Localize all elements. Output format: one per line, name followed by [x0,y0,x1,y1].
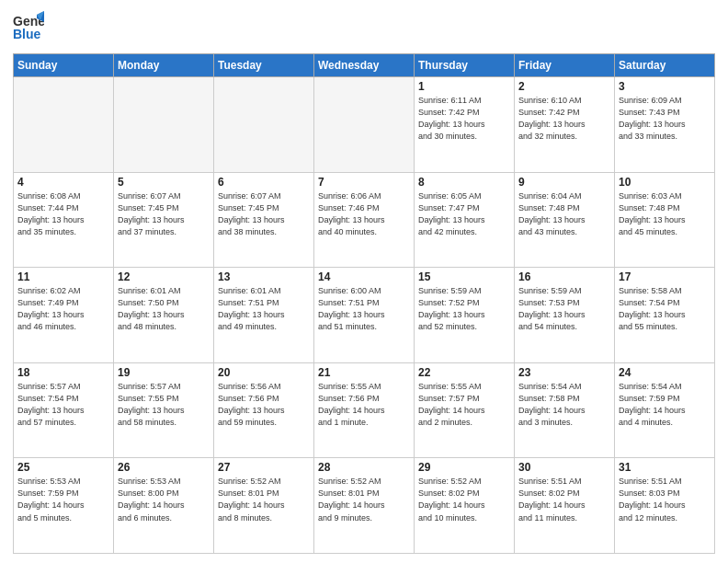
day-info: Sunrise: 6:05 AMSunset: 7:47 PMDaylight:… [418,190,510,238]
day-info: Sunrise: 5:52 AMSunset: 8:01 PMDaylight:… [218,476,310,523]
calendar-day-cell: 6Sunrise: 6:07 AMSunset: 7:45 PMDaylight… [214,172,314,268]
day-info: Sunrise: 5:53 AMSunset: 7:59 PMDaylight:… [17,476,109,523]
day-info: Sunrise: 5:58 AMSunset: 7:54 PMDaylight:… [619,285,711,333]
calendar-day-cell: 9Sunrise: 6:04 AMSunset: 7:48 PMDaylight… [515,172,615,268]
day-number: 13 [218,270,310,283]
logo-icon: General Blue [13,9,44,44]
calendar-day-cell [14,77,114,173]
calendar-day-cell: 1Sunrise: 6:11 AMSunset: 7:42 PMDaylight… [415,77,515,173]
day-info: Sunrise: 5:55 AMSunset: 7:57 PMDaylight:… [418,381,510,429]
day-number: 19 [118,366,210,379]
weekday-header-row: SundayMondayTuesdayWednesdayThursdayFrid… [14,54,715,77]
weekday-header-tuesday: Tuesday [214,54,314,77]
calendar-table: SundayMondayTuesdayWednesdayThursdayFrid… [13,53,715,554]
calendar-day-cell: 16Sunrise: 5:59 AMSunset: 7:53 PMDayligh… [515,268,615,363]
day-info: Sunrise: 5:52 AMSunset: 8:01 PMDaylight:… [318,476,410,523]
calendar-day-cell: 11Sunrise: 6:02 AMSunset: 7:49 PMDayligh… [14,268,114,363]
day-number: 5 [118,176,210,189]
day-info: Sunrise: 6:07 AMSunset: 7:45 PMDaylight:… [118,190,210,238]
day-number: 20 [218,366,310,379]
calendar-day-cell: 10Sunrise: 6:03 AMSunset: 7:48 PMDayligh… [615,172,715,268]
day-info: Sunrise: 5:52 AMSunset: 8:02 PMDaylight:… [418,476,510,523]
calendar-day-cell: 21Sunrise: 5:55 AMSunset: 7:56 PMDayligh… [314,362,415,458]
calendar-week-2: 4Sunrise: 6:08 AMSunset: 7:44 PMDaylight… [14,172,715,268]
day-number: 21 [318,366,410,379]
day-info: Sunrise: 6:10 AMSunset: 7:42 PMDaylight:… [518,95,610,143]
day-number: 27 [218,461,310,474]
weekday-header-sunday: Sunday [14,54,114,77]
logo: General Blue [13,9,44,48]
day-info: Sunrise: 5:54 AMSunset: 7:58 PMDaylight:… [518,381,610,429]
weekday-header-thursday: Thursday [415,54,515,77]
weekday-header-friday: Friday [515,54,615,77]
day-info: Sunrise: 5:53 AMSunset: 8:00 PMDaylight:… [118,476,210,523]
day-info: Sunrise: 6:07 AMSunset: 7:45 PMDaylight:… [218,190,310,238]
calendar-week-4: 18Sunrise: 5:57 AMSunset: 7:54 PMDayligh… [14,362,715,458]
day-number: 11 [17,270,109,283]
day-number: 30 [518,461,610,474]
calendar-day-cell: 20Sunrise: 5:56 AMSunset: 7:56 PMDayligh… [214,362,314,458]
day-info: Sunrise: 6:02 AMSunset: 7:49 PMDaylight:… [17,285,109,333]
day-number: 26 [118,461,210,474]
calendar-day-cell: 19Sunrise: 5:57 AMSunset: 7:55 PMDayligh… [114,362,214,458]
calendar-week-1: 1Sunrise: 6:11 AMSunset: 7:42 PMDaylight… [14,77,715,173]
calendar-day-cell [314,77,415,173]
day-info: Sunrise: 6:06 AMSunset: 7:46 PMDaylight:… [318,190,410,238]
day-number: 2 [518,80,610,93]
day-info: Sunrise: 5:54 AMSunset: 7:59 PMDaylight:… [619,381,711,429]
calendar-day-cell: 28Sunrise: 5:52 AMSunset: 8:01 PMDayligh… [314,458,415,554]
calendar-day-cell: 5Sunrise: 6:07 AMSunset: 7:45 PMDaylight… [114,172,214,268]
calendar-day-cell: 13Sunrise: 6:01 AMSunset: 7:51 PMDayligh… [214,268,314,363]
day-number: 9 [518,176,610,189]
calendar-day-cell: 15Sunrise: 5:59 AMSunset: 7:52 PMDayligh… [415,268,515,363]
day-number: 31 [619,461,711,474]
day-info: Sunrise: 6:11 AMSunset: 7:42 PMDaylight:… [418,95,510,143]
calendar-day-cell: 8Sunrise: 6:05 AMSunset: 7:47 PMDaylight… [415,172,515,268]
day-number: 29 [418,461,510,474]
day-info: Sunrise: 5:51 AMSunset: 8:03 PMDaylight:… [619,476,711,523]
day-info: Sunrise: 6:04 AMSunset: 7:48 PMDaylight:… [518,190,610,238]
calendar-day-cell: 24Sunrise: 5:54 AMSunset: 7:59 PMDayligh… [615,362,715,458]
day-info: Sunrise: 6:01 AMSunset: 7:50 PMDaylight:… [118,285,210,333]
calendar-day-cell: 26Sunrise: 5:53 AMSunset: 8:00 PMDayligh… [114,458,214,554]
day-info: Sunrise: 6:09 AMSunset: 7:43 PMDaylight:… [619,95,711,143]
day-number: 25 [17,461,109,474]
day-info: Sunrise: 5:51 AMSunset: 8:02 PMDaylight:… [518,476,610,523]
day-number: 4 [17,176,109,189]
day-number: 17 [619,270,711,283]
calendar-day-cell [214,77,314,173]
weekday-header-monday: Monday [114,54,214,77]
calendar-day-cell: 25Sunrise: 5:53 AMSunset: 7:59 PMDayligh… [14,458,114,554]
calendar-day-cell: 23Sunrise: 5:54 AMSunset: 7:58 PMDayligh… [515,362,615,458]
page-container: General Blue SundayMondayTuesdayWednesda… [0,0,728,563]
day-number: 15 [418,270,510,283]
day-number: 28 [318,461,410,474]
day-info: Sunrise: 5:59 AMSunset: 7:53 PMDaylight:… [518,285,610,333]
calendar-day-cell: 7Sunrise: 6:06 AMSunset: 7:46 PMDaylight… [314,172,415,268]
calendar-week-5: 25Sunrise: 5:53 AMSunset: 7:59 PMDayligh… [14,458,715,554]
calendar-day-cell: 4Sunrise: 6:08 AMSunset: 7:44 PMDaylight… [14,172,114,268]
weekday-header-wednesday: Wednesday [314,54,415,77]
day-info: Sunrise: 5:56 AMSunset: 7:56 PMDaylight:… [218,381,310,429]
calendar-day-cell: 14Sunrise: 6:00 AMSunset: 7:51 PMDayligh… [314,268,415,363]
day-number: 16 [518,270,610,283]
day-number: 18 [17,366,109,379]
day-number: 12 [118,270,210,283]
day-info: Sunrise: 5:57 AMSunset: 7:54 PMDaylight:… [17,381,109,429]
day-number: 24 [619,366,711,379]
day-info: Sunrise: 5:57 AMSunset: 7:55 PMDaylight:… [118,381,210,429]
calendar-day-cell: 31Sunrise: 5:51 AMSunset: 8:03 PMDayligh… [615,458,715,554]
day-number: 3 [619,80,711,93]
calendar-day-cell: 27Sunrise: 5:52 AMSunset: 8:01 PMDayligh… [214,458,314,554]
day-info: Sunrise: 5:59 AMSunset: 7:52 PMDaylight:… [418,285,510,333]
calendar-day-cell: 12Sunrise: 6:01 AMSunset: 7:50 PMDayligh… [114,268,214,363]
calendar-day-cell [114,77,214,173]
calendar-day-cell: 22Sunrise: 5:55 AMSunset: 7:57 PMDayligh… [415,362,515,458]
weekday-header-saturday: Saturday [615,54,715,77]
header: General Blue [13,9,715,48]
day-number: 23 [518,366,610,379]
day-number: 10 [619,176,711,189]
day-info: Sunrise: 6:00 AMSunset: 7:51 PMDaylight:… [318,285,410,333]
day-info: Sunrise: 5:55 AMSunset: 7:56 PMDaylight:… [318,381,410,429]
day-number: 1 [418,80,510,93]
